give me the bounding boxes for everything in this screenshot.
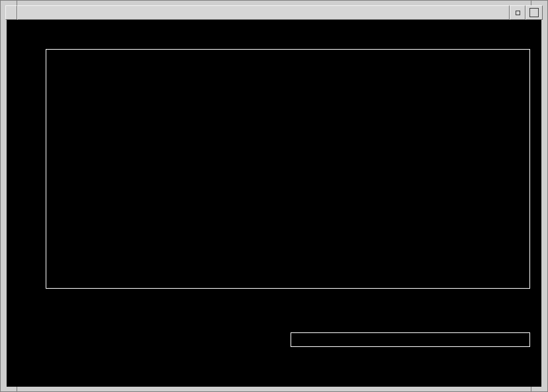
resize-corner-bottom-right[interactable] [531, 387, 531, 391]
plot-screen [7, 20, 541, 387]
plot-frame [46, 49, 530, 289]
window-maximize-button[interactable] [525, 5, 543, 20]
maximize-icon [529, 8, 539, 17]
colorbar-gradient-canvas [291, 333, 529, 346]
title-bar[interactable] [5, 5, 543, 20]
resize-corner-top-left[interactable] [17, 1, 17, 5]
window-minimize-button[interactable] [510, 5, 525, 20]
minimize-icon [516, 11, 520, 15]
plot-window [0, 0, 548, 392]
resize-corner-bottom-left[interactable] [17, 387, 17, 391]
coverage-map-canvas [46, 50, 529, 288]
colorbar [291, 332, 530, 347]
window-menu-button[interactable] [5, 5, 17, 20]
resize-corner-top-right[interactable] [531, 1, 531, 5]
window-title [17, 5, 510, 20]
